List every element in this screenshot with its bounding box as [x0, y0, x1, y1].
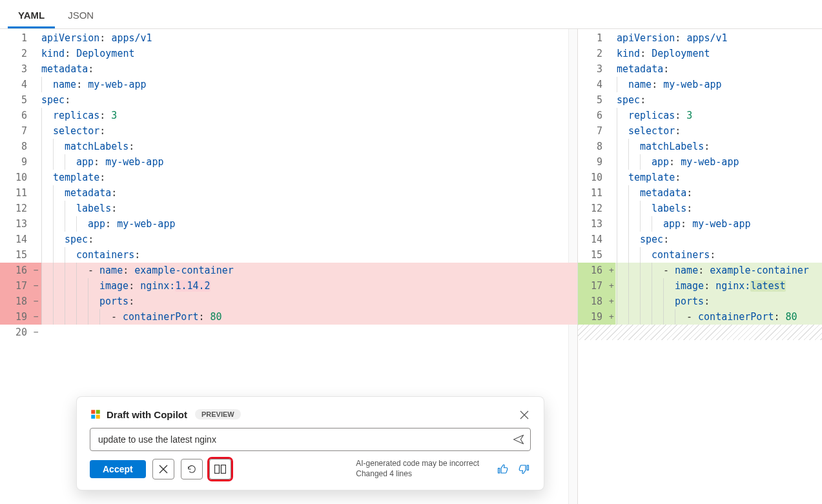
line-number: 5	[0, 92, 34, 108]
diff-marker-removed: −	[34, 325, 41, 340]
diff-marker-added: +	[609, 294, 617, 309]
yaml-key: containers	[76, 249, 134, 261]
line-number: 6	[578, 108, 609, 123]
line-number: 15	[0, 247, 34, 263]
yaml-key: containerPort	[123, 311, 198, 323]
close-icon	[520, 410, 529, 419]
line-number: 6	[0, 108, 34, 123]
yaml-key: template	[53, 172, 99, 183]
line-number: 8	[578, 139, 609, 154]
discard-button[interactable]	[152, 459, 174, 479]
copilot-input-container[interactable]	[90, 428, 531, 451]
line-number: 19	[0, 309, 34, 325]
yaml-value: 80	[211, 311, 222, 323]
line-number: 19	[578, 309, 609, 325]
yaml-value: my-web-app	[117, 218, 175, 230]
thumbs-down-icon	[518, 463, 529, 475]
line-number: 17	[0, 278, 34, 294]
yaml-key: app	[88, 218, 105, 230]
diff-marker-removed: −	[34, 294, 41, 309]
line-number: 13	[578, 216, 609, 232]
line-number: 14	[0, 232, 34, 247]
accept-button[interactable]: Accept	[90, 460, 146, 478]
send-button[interactable]	[511, 432, 526, 447]
diff-marker-removed: −	[34, 263, 41, 278]
line-number: 4	[0, 77, 34, 92]
copilot-icon	[90, 408, 101, 420]
copilot-prompt-input[interactable]	[98, 434, 511, 445]
line-number: 2	[0, 46, 34, 61]
yaml-key: ports	[99, 296, 128, 307]
copilot-status-text: AI-generated code may be incorrect Chang…	[356, 459, 479, 479]
side-by-side-icon	[214, 465, 226, 474]
copilot-title: Draft with Copilot	[107, 409, 187, 420]
close-icon	[159, 465, 168, 474]
close-button[interactable]	[518, 408, 531, 421]
line-number: 8	[0, 139, 34, 154]
yaml-key: kind	[41, 48, 65, 59]
yaml-value-changed: latest	[750, 280, 785, 292]
line-number: 3	[578, 61, 609, 77]
svg-rect-1	[221, 465, 225, 474]
line-number: 17	[578, 278, 609, 294]
editor-modified[interactable]: 1apiVersion: apps/v1 2kind: Deployment 3…	[578, 29, 822, 340]
copilot-popup: Draft with Copilot PREVIEW Accept AI-gen…	[76, 396, 544, 490]
line-number: 11	[578, 185, 609, 201]
yaml-key: replicas	[53, 110, 99, 121]
diff-placeholder-line	[578, 325, 822, 340]
editor-original[interactable]: 1apiVersion: apps/v1 2kind: Deployment 3…	[0, 29, 577, 340]
yaml-key: matchLabels	[65, 141, 128, 152]
line-number: 12	[578, 201, 609, 216]
diff-view-toggle-button[interactable]	[209, 459, 231, 479]
line-number: 9	[0, 154, 34, 170]
yaml-value-changed: 1.14.2	[175, 280, 210, 292]
yaml-key: spec	[41, 94, 65, 106]
line-number: 7	[578, 123, 609, 139]
yaml-value: Deployment	[76, 48, 134, 59]
yaml-value: 3	[111, 110, 117, 121]
line-number: 16	[578, 263, 609, 278]
line-number: 11	[0, 185, 34, 201]
line-number: 4	[578, 77, 609, 92]
line-number: 10	[0, 170, 34, 185]
tab-bar: YAML JSON	[0, 0, 822, 29]
regenerate-button[interactable]	[181, 459, 203, 479]
diff-marker-added: +	[609, 263, 617, 278]
line-number: 12	[0, 201, 34, 216]
diff-marker-added: +	[609, 278, 617, 294]
line-number: 3	[0, 61, 34, 77]
tab-json[interactable]: JSON	[57, 5, 104, 28]
yaml-key: app	[76, 156, 94, 168]
yaml-key: labels	[76, 203, 111, 214]
line-number: 10	[578, 170, 609, 185]
thumbs-up-button[interactable]	[496, 462, 510, 476]
svg-rect-0	[214, 465, 219, 474]
yaml-key: name	[99, 265, 123, 276]
diff-marker-added: +	[609, 309, 617, 325]
diff-pane-modified: 1apiVersion: apps/v1 2kind: Deployment 3…	[578, 29, 822, 504]
tab-yaml[interactable]: YAML	[8, 5, 55, 28]
thumbs-up-icon	[497, 463, 509, 475]
diff-marker-removed: −	[34, 309, 41, 325]
preview-badge: PREVIEW	[195, 409, 241, 419]
line-number: 18	[578, 294, 609, 309]
yaml-value: example-container	[134, 265, 234, 276]
yaml-key: selector	[53, 125, 99, 137]
yaml-value: my-web-app	[88, 79, 146, 90]
line-number: 1	[578, 30, 609, 46]
line-number: 18	[0, 294, 34, 309]
line-number: 9	[578, 154, 609, 170]
line-number: 5	[578, 92, 609, 108]
line-number: 1	[0, 30, 34, 46]
line-number: 14	[578, 232, 609, 247]
yaml-key: image	[99, 280, 128, 292]
yaml-key: spec	[65, 234, 88, 245]
refresh-icon	[187, 464, 197, 474]
yaml-key: metadata	[65, 187, 111, 199]
yaml-key: name	[53, 79, 76, 90]
yaml-value: my-web-app	[105, 156, 163, 168]
thumbs-down-button[interactable]	[517, 462, 531, 476]
line-number: 15	[578, 247, 609, 263]
line-number: 2	[578, 46, 609, 61]
diff-marker-removed: −	[34, 278, 41, 294]
